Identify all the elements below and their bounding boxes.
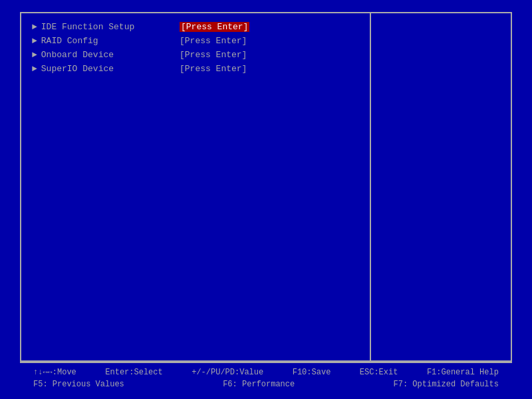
bios-header — [0, 0, 532, 9]
bios-screen: ►IDE Function Setup►RAID Config►Onboard … — [0, 0, 532, 399]
menu-arrow-icon-1: ► — [32, 36, 37, 46]
footer-row1: ↑↓↔↔:MoveEnter:Select+/-/PU/PD:ValueF10:… — [33, 366, 499, 378]
menu-column: ►IDE Function Setup►RAID Config►Onboard … — [21, 13, 174, 360]
menu-arrow-icon-0: ► — [32, 22, 37, 32]
footer-row2-item-0: F5: Previous Values — [33, 380, 124, 389]
footer-row1-item-0: ↑↓↔↔:Move — [33, 368, 76, 377]
main-content: ►IDE Function Setup►RAID Config►Onboard … — [0, 9, 532, 362]
menu-arrow-icon-3: ► — [32, 64, 37, 74]
menu-arrow-icon-2: ► — [32, 50, 37, 60]
menu-item-1[interactable]: ►RAID Config — [32, 34, 164, 48]
value-row-0: [Press Enter] — [180, 20, 364, 34]
footer-row2: F5: Previous ValuesF6: PerformanceF7: Op… — [33, 378, 499, 390]
values-column: [Press Enter][Press Enter][Press Enter][… — [174, 13, 370, 360]
menu-item-3[interactable]: ►SuperIO Device — [32, 62, 164, 76]
left-section: ►IDE Function Setup►RAID Config►Onboard … — [21, 13, 371, 360]
footer-row1-item-4: ESC:Exit — [360, 368, 398, 377]
value-row-1: [Press Enter] — [180, 34, 364, 48]
value-row-2: [Press Enter] — [180, 48, 364, 62]
menu-item-0[interactable]: ►IDE Function Setup — [32, 20, 164, 34]
menu-label-0: IDE Function Setup — [41, 22, 148, 32]
footer-row2-item-2: F7: Optimized Defaults — [394, 380, 499, 389]
footer: ↑↓↔↔:MoveEnter:Select+/-/PU/PD:ValueF10:… — [20, 362, 512, 394]
press-enter-highlighted-0: [Press Enter] — [180, 22, 249, 32]
help-panel — [371, 13, 511, 360]
content-box: ►IDE Function Setup►RAID Config►Onboard … — [20, 12, 512, 362]
menu-item-2[interactable]: ►Onboard Device — [32, 48, 164, 62]
footer-row2-item-1: F6: Performance — [223, 380, 295, 389]
footer-row1-item-1: Enter:Select — [105, 368, 162, 377]
menu-label-1: RAID Config — [41, 36, 148, 46]
footer-row1-item-2: +/-/PU/PD:Value — [192, 368, 263, 377]
menu-label-2: Onboard Device — [41, 50, 148, 60]
menu-label-3: SuperIO Device — [41, 64, 148, 74]
footer-row1-item-3: F10:Save — [293, 368, 331, 377]
value-row-3: [Press Enter] — [180, 62, 364, 76]
footer-row1-item-5: F1:General Help — [427, 368, 499, 377]
